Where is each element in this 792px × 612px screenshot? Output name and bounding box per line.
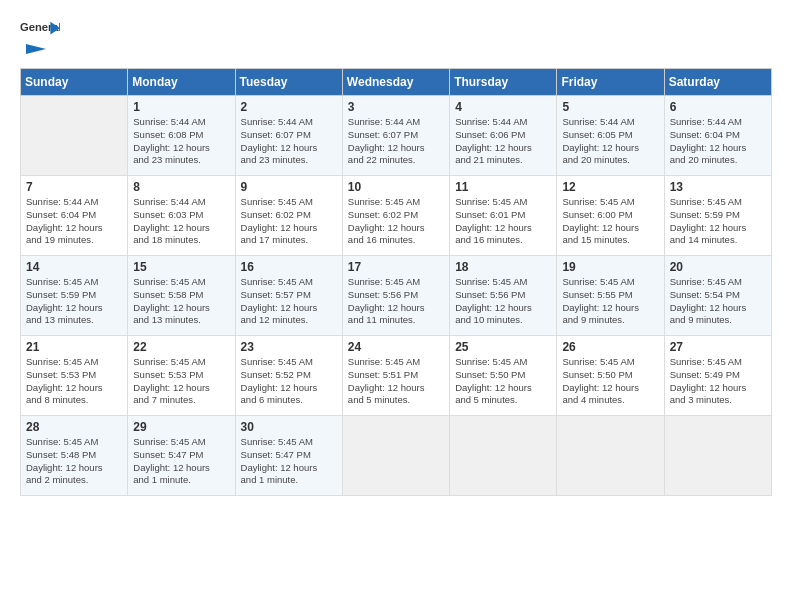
calendar-cell: 26Sunrise: 5:45 AM Sunset: 5:50 PM Dayli… — [557, 336, 664, 416]
calendar-cell — [450, 416, 557, 496]
day-info: Sunrise: 5:45 AM Sunset: 6:01 PM Dayligh… — [455, 196, 551, 247]
calendar-cell: 18Sunrise: 5:45 AM Sunset: 5:56 PM Dayli… — [450, 256, 557, 336]
day-number: 21 — [26, 340, 122, 354]
svg-marker-2 — [26, 44, 46, 54]
calendar-week-4: 21Sunrise: 5:45 AM Sunset: 5:53 PM Dayli… — [21, 336, 772, 416]
calendar-cell: 7Sunrise: 5:44 AM Sunset: 6:04 PM Daylig… — [21, 176, 128, 256]
calendar-cell: 3Sunrise: 5:44 AM Sunset: 6:07 PM Daylig… — [342, 96, 449, 176]
logo-arrow — [26, 40, 46, 58]
day-info: Sunrise: 5:45 AM Sunset: 5:50 PM Dayligh… — [455, 356, 551, 407]
calendar-cell: 14Sunrise: 5:45 AM Sunset: 5:59 PM Dayli… — [21, 256, 128, 336]
calendar-cell: 23Sunrise: 5:45 AM Sunset: 5:52 PM Dayli… — [235, 336, 342, 416]
day-number: 7 — [26, 180, 122, 194]
day-number: 9 — [241, 180, 337, 194]
day-info: Sunrise: 5:44 AM Sunset: 6:06 PM Dayligh… — [455, 116, 551, 167]
calendar-cell: 8Sunrise: 5:44 AM Sunset: 6:03 PM Daylig… — [128, 176, 235, 256]
calendar-cell: 28Sunrise: 5:45 AM Sunset: 5:48 PM Dayli… — [21, 416, 128, 496]
calendar-body: 1Sunrise: 5:44 AM Sunset: 6:08 PM Daylig… — [21, 96, 772, 496]
day-info: Sunrise: 5:45 AM Sunset: 5:56 PM Dayligh… — [348, 276, 444, 327]
calendar-cell: 21Sunrise: 5:45 AM Sunset: 5:53 PM Dayli… — [21, 336, 128, 416]
calendar-cell: 1Sunrise: 5:44 AM Sunset: 6:08 PM Daylig… — [128, 96, 235, 176]
day-info: Sunrise: 5:45 AM Sunset: 6:00 PM Dayligh… — [562, 196, 658, 247]
day-number: 6 — [670, 100, 766, 114]
day-number: 30 — [241, 420, 337, 434]
day-info: Sunrise: 5:45 AM Sunset: 5:47 PM Dayligh… — [241, 436, 337, 487]
day-number: 26 — [562, 340, 658, 354]
day-info: Sunrise: 5:45 AM Sunset: 5:49 PM Dayligh… — [670, 356, 766, 407]
calendar-week-3: 14Sunrise: 5:45 AM Sunset: 5:59 PM Dayli… — [21, 256, 772, 336]
day-info: Sunrise: 5:44 AM Sunset: 6:03 PM Dayligh… — [133, 196, 229, 247]
day-info: Sunrise: 5:45 AM Sunset: 5:59 PM Dayligh… — [670, 196, 766, 247]
calendar-cell: 17Sunrise: 5:45 AM Sunset: 5:56 PM Dayli… — [342, 256, 449, 336]
day-info: Sunrise: 5:45 AM Sunset: 5:53 PM Dayligh… — [133, 356, 229, 407]
day-info: Sunrise: 5:45 AM Sunset: 6:02 PM Dayligh… — [348, 196, 444, 247]
day-number: 2 — [241, 100, 337, 114]
page-header: General — [20, 20, 772, 58]
day-info: Sunrise: 5:45 AM Sunset: 5:51 PM Dayligh… — [348, 356, 444, 407]
calendar-cell: 24Sunrise: 5:45 AM Sunset: 5:51 PM Dayli… — [342, 336, 449, 416]
day-number: 16 — [241, 260, 337, 274]
day-number: 18 — [455, 260, 551, 274]
day-info: Sunrise: 5:45 AM Sunset: 5:59 PM Dayligh… — [26, 276, 122, 327]
calendar-week-2: 7Sunrise: 5:44 AM Sunset: 6:04 PM Daylig… — [21, 176, 772, 256]
calendar-cell: 25Sunrise: 5:45 AM Sunset: 5:50 PM Dayli… — [450, 336, 557, 416]
day-info: Sunrise: 5:45 AM Sunset: 5:48 PM Dayligh… — [26, 436, 122, 487]
day-number: 15 — [133, 260, 229, 274]
day-number: 12 — [562, 180, 658, 194]
day-number: 14 — [26, 260, 122, 274]
calendar-cell: 12Sunrise: 5:45 AM Sunset: 6:00 PM Dayli… — [557, 176, 664, 256]
day-number: 10 — [348, 180, 444, 194]
calendar-cell — [21, 96, 128, 176]
calendar-cell: 29Sunrise: 5:45 AM Sunset: 5:47 PM Dayli… — [128, 416, 235, 496]
day-info: Sunrise: 5:44 AM Sunset: 6:07 PM Dayligh… — [241, 116, 337, 167]
calendar-cell — [557, 416, 664, 496]
day-info: Sunrise: 5:45 AM Sunset: 5:50 PM Dayligh… — [562, 356, 658, 407]
day-number: 28 — [26, 420, 122, 434]
day-number: 8 — [133, 180, 229, 194]
calendar-header-row: SundayMondayTuesdayWednesdayThursdayFrid… — [21, 69, 772, 96]
day-info: Sunrise: 5:44 AM Sunset: 6:05 PM Dayligh… — [562, 116, 658, 167]
day-number: 25 — [455, 340, 551, 354]
calendar-cell: 22Sunrise: 5:45 AM Sunset: 5:53 PM Dayli… — [128, 336, 235, 416]
day-info: Sunrise: 5:45 AM Sunset: 5:58 PM Dayligh… — [133, 276, 229, 327]
calendar-cell: 11Sunrise: 5:45 AM Sunset: 6:01 PM Dayli… — [450, 176, 557, 256]
calendar-cell — [342, 416, 449, 496]
calendar-cell: 15Sunrise: 5:45 AM Sunset: 5:58 PM Dayli… — [128, 256, 235, 336]
column-header-saturday: Saturday — [664, 69, 771, 96]
day-number: 11 — [455, 180, 551, 194]
calendar-cell: 30Sunrise: 5:45 AM Sunset: 5:47 PM Dayli… — [235, 416, 342, 496]
calendar-cell: 4Sunrise: 5:44 AM Sunset: 6:06 PM Daylig… — [450, 96, 557, 176]
day-info: Sunrise: 5:45 AM Sunset: 5:52 PM Dayligh… — [241, 356, 337, 407]
column-header-wednesday: Wednesday — [342, 69, 449, 96]
calendar-week-5: 28Sunrise: 5:45 AM Sunset: 5:48 PM Dayli… — [21, 416, 772, 496]
day-number: 19 — [562, 260, 658, 274]
column-header-friday: Friday — [557, 69, 664, 96]
day-info: Sunrise: 5:45 AM Sunset: 5:55 PM Dayligh… — [562, 276, 658, 327]
day-number: 17 — [348, 260, 444, 274]
day-number: 3 — [348, 100, 444, 114]
day-number: 20 — [670, 260, 766, 274]
calendar-week-1: 1Sunrise: 5:44 AM Sunset: 6:08 PM Daylig… — [21, 96, 772, 176]
calendar-table: SundayMondayTuesdayWednesdayThursdayFrid… — [20, 68, 772, 496]
calendar-cell: 13Sunrise: 5:45 AM Sunset: 5:59 PM Dayli… — [664, 176, 771, 256]
day-number: 24 — [348, 340, 444, 354]
column-header-sunday: Sunday — [21, 69, 128, 96]
calendar-cell: 10Sunrise: 5:45 AM Sunset: 6:02 PM Dayli… — [342, 176, 449, 256]
day-info: Sunrise: 5:45 AM Sunset: 6:02 PM Dayligh… — [241, 196, 337, 247]
logo-icon: General — [20, 20, 60, 38]
calendar-cell: 16Sunrise: 5:45 AM Sunset: 5:57 PM Dayli… — [235, 256, 342, 336]
day-number: 29 — [133, 420, 229, 434]
column-header-monday: Monday — [128, 69, 235, 96]
calendar-cell: 6Sunrise: 5:44 AM Sunset: 6:04 PM Daylig… — [664, 96, 771, 176]
day-number: 1 — [133, 100, 229, 114]
calendar-cell: 27Sunrise: 5:45 AM Sunset: 5:49 PM Dayli… — [664, 336, 771, 416]
day-info: Sunrise: 5:45 AM Sunset: 5:53 PM Dayligh… — [26, 356, 122, 407]
calendar-cell: 9Sunrise: 5:45 AM Sunset: 6:02 PM Daylig… — [235, 176, 342, 256]
day-number: 13 — [670, 180, 766, 194]
day-info: Sunrise: 5:45 AM Sunset: 5:54 PM Dayligh… — [670, 276, 766, 327]
day-number: 4 — [455, 100, 551, 114]
day-number: 22 — [133, 340, 229, 354]
calendar-cell: 19Sunrise: 5:45 AM Sunset: 5:55 PM Dayli… — [557, 256, 664, 336]
calendar-cell: 20Sunrise: 5:45 AM Sunset: 5:54 PM Dayli… — [664, 256, 771, 336]
day-info: Sunrise: 5:45 AM Sunset: 5:57 PM Dayligh… — [241, 276, 337, 327]
